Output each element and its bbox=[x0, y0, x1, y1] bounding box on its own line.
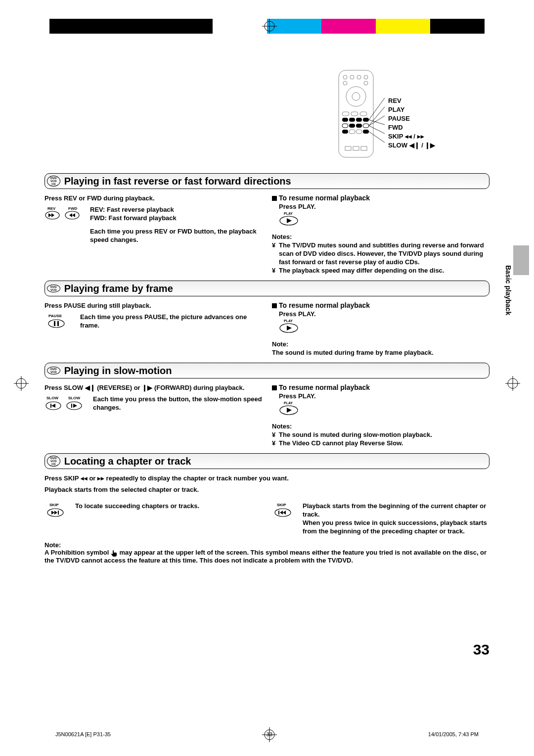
remote-label-rev: REV bbox=[388, 96, 435, 105]
footer-page: 33 bbox=[267, 731, 272, 737]
svg-rect-12 bbox=[339, 70, 373, 157]
svg-point-15 bbox=[357, 75, 361, 79]
slow-button-icons: SLOW SLOW bbox=[44, 395, 87, 414]
notes-heading: Notes: bbox=[272, 233, 490, 241]
svg-rect-25 bbox=[349, 118, 355, 122]
svg-rect-33 bbox=[349, 130, 355, 134]
skip-fwd-button-icon: SKIP bbox=[44, 502, 69, 535]
side-gray-tab bbox=[513, 245, 529, 275]
footer-timestamp: 14/01/2005, 7:43 PM bbox=[428, 731, 479, 737]
text: Press REV or FWD during playback. bbox=[44, 194, 262, 202]
play-button-icon: PLAY bbox=[279, 211, 490, 229]
svg-rect-38 bbox=[361, 146, 367, 150]
sec4-right: SKIP Playback starts from the beginning … bbox=[272, 502, 490, 535]
svg-rect-36 bbox=[345, 146, 351, 150]
section-head-fast: DVDVCDCD Playing in fast reverse or fast… bbox=[44, 173, 490, 189]
text: Playback starts from the beginning of th… bbox=[303, 502, 490, 519]
sec4-note: Note: A Prohibition symbol may appear at… bbox=[44, 541, 490, 564]
registration-mark-right bbox=[505, 376, 520, 391]
footer: J5N00621A [E] P31-35 33 14/01/2005, 7:43… bbox=[55, 731, 479, 737]
square-bullet-icon bbox=[272, 385, 277, 390]
svg-rect-28 bbox=[342, 124, 348, 128]
svg-point-3 bbox=[16, 378, 26, 388]
svg-line-41 bbox=[369, 116, 385, 126]
section-title: Locating a chapter or track bbox=[64, 456, 191, 467]
remote-label-skip: SKIP ◂◂ / ▸▸ bbox=[388, 132, 435, 141]
disc-badge: DVDVCD bbox=[47, 367, 60, 375]
section-head-locate: DVDVCDCD Locating a chapter or track bbox=[44, 453, 490, 469]
rev-fwd-button-icons: REV FWD bbox=[44, 205, 84, 244]
skip-back-button-icon: SKIP bbox=[272, 502, 297, 535]
note-heading: Note: bbox=[272, 340, 490, 348]
note-text: The TV/DVD mutes sound and subtitles dur… bbox=[279, 241, 490, 266]
remote-outline-icon bbox=[331, 69, 386, 158]
svg-rect-24 bbox=[342, 118, 348, 122]
sec1-right: To resume normal playback Press PLAY. PL… bbox=[272, 194, 490, 275]
svg-rect-23 bbox=[360, 112, 367, 116]
text: To resume normal playback bbox=[279, 194, 370, 202]
svg-rect-21 bbox=[342, 112, 349, 116]
svg-text:SLOW: SLOW bbox=[46, 396, 58, 400]
text: To locate succeeding chapters or tracks. bbox=[75, 502, 199, 535]
note-text: The Video CD cannot play Reverse Slow. bbox=[279, 439, 490, 447]
remote-label-pause: PAUSE bbox=[388, 114, 435, 123]
text: Each time you press the button, the slow… bbox=[93, 395, 262, 414]
text: To resume normal playback bbox=[279, 301, 370, 309]
svg-rect-29 bbox=[349, 124, 355, 128]
svg-rect-60 bbox=[71, 404, 72, 408]
page-number: 33 bbox=[473, 641, 490, 658]
svg-text:SLOW: SLOW bbox=[68, 396, 80, 400]
svg-rect-34 bbox=[356, 130, 362, 134]
text: Press PAUSE during still playback. bbox=[44, 301, 262, 310]
text: When you press twice in quick succession… bbox=[303, 519, 490, 535]
svg-point-17 bbox=[343, 81, 347, 85]
text: Each time you press PAUSE, the picture a… bbox=[80, 313, 262, 331]
svg-text:PAUSE: PAUSE bbox=[48, 314, 62, 318]
notes-heading: Notes: bbox=[272, 422, 490, 430]
disc-badge: DVDVCDCD bbox=[47, 456, 60, 467]
svg-point-13 bbox=[343, 75, 347, 79]
sec3-left: Press SLOW ◀❙ (REVERSE) or ❙▶ (FORWARD) … bbox=[44, 383, 262, 447]
svg-rect-37 bbox=[353, 146, 359, 150]
sec2-left: Press PAUSE during still playback. PAUSE… bbox=[44, 301, 262, 357]
disc-badge: DVDVCDCD bbox=[47, 176, 60, 187]
svg-rect-27 bbox=[363, 118, 369, 122]
sec4-left: SKIP To locate succeeding chapters or tr… bbox=[44, 502, 262, 535]
sec2-right: To resume normal playback Press PLAY. PL… bbox=[272, 301, 490, 357]
svg-text:PLAY: PLAY bbox=[284, 401, 293, 405]
svg-point-18 bbox=[364, 81, 368, 85]
print-color-bar bbox=[49, 19, 485, 34]
square-bullet-icon bbox=[272, 196, 277, 201]
svg-text:PLAY: PLAY bbox=[284, 319, 293, 323]
text: Press SKIP ◂◂ or ▸▸ repeatedly to displa… bbox=[44, 474, 490, 482]
text: To resume normal playback bbox=[279, 383, 370, 391]
remote-label-play: PLAY bbox=[388, 105, 435, 114]
svg-rect-26 bbox=[356, 118, 362, 122]
remote-diagram: REV PLAY PAUSE FWD SKIP ◂◂ / ▸▸ SLOW ◀❙ … bbox=[331, 69, 494, 158]
btn-label-fwd: FWD bbox=[68, 206, 77, 211]
svg-rect-35 bbox=[363, 130, 369, 134]
pause-button-icon: PAUSE bbox=[44, 313, 74, 331]
note-text: The sound is muted during frame by frame… bbox=[272, 348, 490, 357]
svg-rect-65 bbox=[58, 511, 59, 515]
svg-rect-68 bbox=[278, 511, 279, 515]
svg-point-6 bbox=[508, 378, 518, 388]
play-button-icon: PLAY bbox=[279, 400, 490, 418]
section-head-frame: DVDVCD Playing frame by frame bbox=[44, 281, 490, 296]
section-title: Playing in fast reverse or fast forward … bbox=[64, 176, 291, 187]
section-head-slow: DVDVCD Playing in slow-motion bbox=[44, 363, 490, 378]
svg-text:SKIP: SKIP bbox=[277, 503, 286, 507]
footer-doc-id: J5N00621A [E] P31-35 bbox=[55, 731, 111, 737]
svg-rect-30 bbox=[356, 124, 362, 128]
svg-point-50 bbox=[48, 320, 64, 328]
text: Each time you press REV or FWD button, t… bbox=[90, 227, 262, 244]
text: Playback starts from the selected chapte… bbox=[44, 485, 490, 494]
svg-rect-58 bbox=[50, 404, 51, 408]
btn-label-rev: REV bbox=[47, 206, 56, 211]
svg-rect-22 bbox=[351, 112, 358, 116]
svg-point-14 bbox=[350, 75, 354, 79]
note-text: The playback speed may differ depending … bbox=[279, 266, 490, 275]
svg-rect-52 bbox=[57, 321, 59, 326]
svg-point-20 bbox=[352, 93, 360, 100]
square-bullet-icon bbox=[272, 303, 277, 308]
